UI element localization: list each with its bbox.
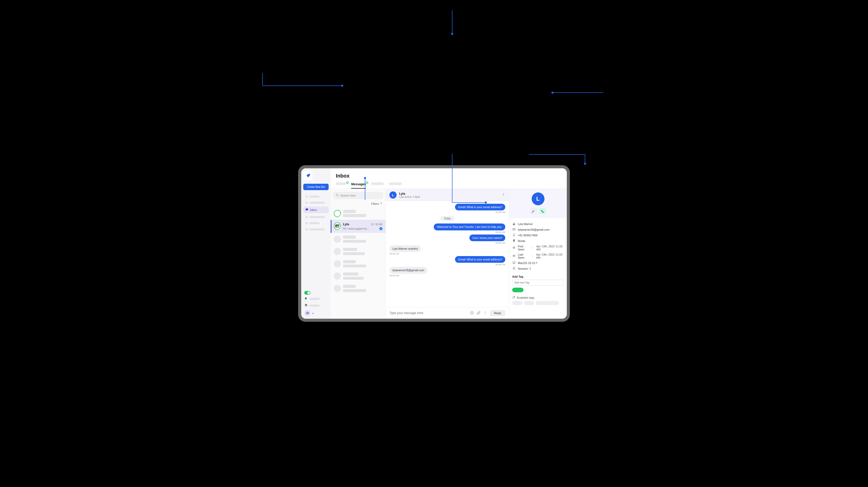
message-time: 09:58 AM — [496, 231, 505, 233]
gear-icon — [304, 303, 307, 308]
tab-placeholder — [336, 182, 346, 185]
tab-messages[interactable]: Messages — [351, 182, 366, 189]
contact-name: Lyla Warner — [518, 223, 533, 226]
notifications-row[interactable] — [303, 296, 329, 301]
emoji-icon[interactable] — [470, 311, 474, 316]
search-icon — [336, 194, 339, 197]
svg-rect-20 — [513, 262, 515, 263]
thread-placeholder — [331, 245, 385, 258]
svg-point-26 — [514, 296, 515, 297]
search-input[interactable]: Search here — [333, 192, 383, 199]
expand-details-button[interactable] — [502, 193, 505, 197]
message-input[interactable] — [390, 311, 467, 315]
message-incoming: Lyla Warner andotra09:58 AM — [390, 245, 421, 255]
svg-point-0 — [336, 194, 338, 196]
thread-list: Search here Filters — [331, 189, 386, 319]
composer: Reply — [386, 307, 509, 319]
message-time: 09:58 AM — [390, 253, 399, 255]
edit-contact-button[interactable] — [530, 208, 537, 214]
tag-pill[interactable] — [512, 288, 524, 292]
caret-up-icon: ▴ — [312, 312, 314, 314]
thread-avatar — [334, 210, 341, 217]
chat-avatar: L — [390, 192, 397, 199]
thread-item[interactable] — [331, 207, 385, 220]
svg-point-14 — [514, 223, 515, 224]
message-outgoing: Great! What is your email address?09:58 … — [455, 204, 505, 213]
svg-point-19 — [514, 256, 515, 256]
chat-panel: L Lyla Last active: 2 April Great! What … — [386, 189, 509, 319]
sidebar-item-inbox[interactable]: Inbox — [303, 206, 329, 213]
thread-item-selected[interactable]: Lyla 10: 30 AM Hi! I need support for...… — [331, 220, 385, 233]
svg-point-11 — [485, 311, 486, 312]
message-bubble: Great! What is your email address? — [455, 256, 505, 263]
more-icon[interactable] — [483, 311, 487, 316]
attachment-icon[interactable] — [476, 311, 480, 316]
svg-line-1 — [338, 196, 339, 197]
svg-point-9 — [471, 312, 471, 313]
available-tags-label: Available tags — [517, 296, 534, 299]
tag-icon — [512, 296, 515, 299]
inbox-icon — [305, 208, 308, 212]
reply-button[interactable]: Reply — [490, 310, 505, 316]
call-contact-button[interactable] — [539, 208, 546, 214]
search-placeholder: Search here — [340, 194, 356, 197]
pencil-icon — [532, 210, 535, 213]
facebook-icon: f — [379, 227, 382, 230]
create-bot-button[interactable]: Create New Bot — [303, 184, 329, 190]
message-outgoing: Great! What is your email address?09:58 … — [455, 256, 505, 266]
svg-point-18 — [514, 247, 515, 248]
chat-header: L Lyla Last active: 2 April — [386, 189, 509, 201]
message-bubble: Lyla Warner andotra — [390, 245, 421, 252]
message-outgoing: Can I know your name?09:58 AM — [469, 234, 505, 244]
settings-row[interactable] — [303, 303, 329, 308]
flag-icon — [335, 225, 339, 228]
contact-phone: +91 859917406 — [518, 234, 537, 237]
message-bubble: lylawarner26@gmail.com — [390, 267, 427, 274]
contact-os: MacOS 10.15.7 — [518, 261, 537, 264]
thread-preview: Hi! I need support for... — [343, 227, 369, 230]
filter-icon — [380, 202, 382, 205]
eye-icon — [512, 254, 516, 258]
date-divider: Today — [440, 216, 455, 221]
monitor-icon — [512, 261, 516, 265]
first-seen-value: Apr 13th, 2022 11:02 AM — [536, 245, 564, 251]
location-icon — [512, 239, 516, 243]
svg-point-12 — [485, 313, 486, 313]
user-avatar: JD — [304, 310, 310, 316]
nav-placeholder — [303, 194, 329, 199]
thread-placeholder — [331, 233, 385, 245]
message-time: 09:58 AM — [496, 242, 505, 244]
app-logo[interactable] — [303, 171, 312, 180]
tab-placeholder — [371, 182, 384, 185]
message-incoming: lylawarner26@gmail.com09:58 AM — [390, 267, 427, 277]
page-header: Inbox — [331, 168, 567, 179]
nav-placeholder — [303, 227, 329, 232]
phone-icon — [541, 210, 544, 213]
bell-icon — [304, 296, 307, 301]
availability-toggle[interactable] — [304, 291, 310, 294]
user-menu[interactable]: JD ▴ — [303, 310, 329, 316]
nav-placeholder — [303, 215, 329, 219]
message-outgoing: Welcome to Tour and Travels. I am here t… — [434, 224, 505, 233]
thread-placeholder — [331, 258, 385, 270]
svg-point-13 — [485, 314, 486, 314]
tab-placeholder — [389, 182, 402, 185]
thread-placeholder — [331, 270, 385, 282]
add-tag-input[interactable] — [512, 280, 564, 286]
svg-point-8 — [470, 311, 473, 314]
message-bubble: Welcome to Tour and Travels. I am here t… — [434, 224, 505, 230]
svg-point-10 — [472, 312, 472, 313]
available-tags-list — [512, 301, 564, 305]
phone-small-icon — [512, 233, 516, 237]
page-title: Inbox — [336, 173, 562, 179]
filters-button[interactable]: Filters — [371, 202, 382, 205]
thread-avatar — [334, 223, 341, 230]
thread-name: Lyla — [343, 223, 349, 226]
contact-email: lylawarner26@gmail.com — [518, 228, 550, 231]
sidebar: Create New Bot Inbox — [301, 168, 331, 319]
sidebar-item-label: Inbox — [310, 208, 317, 211]
message-time: 09:58 AM — [390, 274, 399, 277]
clock-icon — [512, 267, 516, 270]
contact-avatar: L — [532, 193, 545, 205]
chat-last-active: Last active: 2 April — [399, 196, 420, 198]
